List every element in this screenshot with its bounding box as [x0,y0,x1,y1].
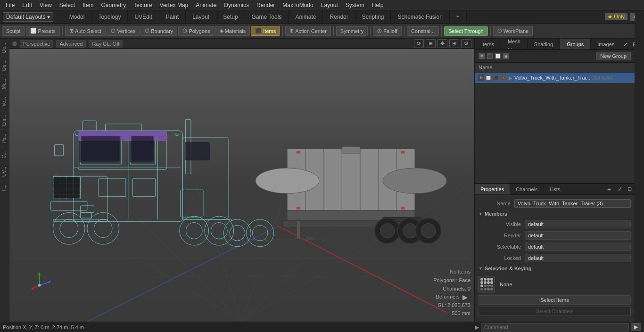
new-group-button[interactable]: New Group [596,52,631,60]
tab-model[interactable]: Model [63,10,92,23]
status-bar: Position X, Y, Z: 0 m, 2.74 m, 5.4 m ▶ ▶ [0,322,644,332]
tab-paint[interactable]: Paint [159,10,186,23]
svg-line-3 [242,186,288,322]
tab-animate[interactable]: Animate [289,10,323,23]
rp-tab-mesh[interactable]: Mesh ... [501,39,528,49]
sk-dot [480,288,483,291]
rp-tab-shading[interactable]: Shading [528,39,560,49]
svg-line-1 [106,186,242,322]
perspective-button[interactable]: Perspective [20,40,53,48]
keying-dot-grid [479,276,495,292]
vp-icon-pan[interactable]: ✥ [438,39,447,48]
rp-tab-items[interactable]: Items [475,39,501,49]
vertices-button[interactable]: ⬡ Vertices [107,26,140,36]
sidebar-tab-7[interactable]: UV... [0,162,9,180]
command-input[interactable] [481,323,629,332]
selectable-select-wrap: default [525,243,631,251]
keying-row: None [479,276,631,292]
layout-dropdown[interactable]: Default Layouts ▾ [3,12,53,22]
expand-viewport-button[interactable]: ▶ [459,292,471,303]
vp-icon-rotate[interactable]: ⟳ [414,39,424,48]
falloff-button[interactable]: ◎ Falloff [373,26,402,36]
tab-topology[interactable]: Topology [91,10,128,23]
group-eye-icon: 👁 [479,53,485,59]
props-tab-properties[interactable]: Properties [475,184,510,194]
menu-dynamics[interactable]: Dynamics [220,1,253,9]
sidebar-tab-2[interactable]: Me... [0,74,9,93]
svg-point-57 [53,212,85,244]
sidebar-tab-5[interactable]: Po... [0,130,9,147]
materials-button[interactable]: ◈ Materials [215,26,250,36]
props-resize-button[interactable]: ⤢ [615,186,625,192]
items-button[interactable]: ⬛ Items [251,26,280,36]
rp-tab-images[interactable]: Images [591,39,621,49]
menu-maxtomodo[interactable]: MaxToModo [279,1,317,9]
select-channels-button[interactable]: Select Channels [479,307,631,316]
menu-select[interactable]: Select [56,1,79,9]
viewport-canvas[interactable]: No Items Polygons : Face Channels: 0 Def… [9,49,474,322]
vp-icon-settings[interactable]: ⚙ [461,39,471,48]
presets-button[interactable]: ⬜ Presets [26,26,60,36]
name-input[interactable] [514,199,631,208]
constraint-button[interactable]: Constrai... [407,26,439,36]
tab-setup[interactable]: Setup [216,10,245,23]
menu-system[interactable]: System [342,1,368,9]
menu-animate[interactable]: Animate [192,1,220,9]
menu-help[interactable]: Help [368,1,388,9]
menu-texture[interactable]: Texture [130,1,156,9]
rp-expand-btn[interactable]: ⤢ [621,40,630,49]
menu-view[interactable]: View [36,1,56,9]
props-tab-lists[interactable]: Lists [544,184,567,194]
render-select[interactable]: default [525,231,631,240]
svg-point-28 [380,224,395,238]
locked-select[interactable]: default [525,254,631,262]
group-list-item[interactable]: 👁 ⬜ ⬛ + ▶ Volvo_Truck_With_Tanker_Trai..… [475,73,635,83]
menu-layout[interactable]: Layout [317,1,342,9]
auto-select-button[interactable]: ⊞ Auto Select [65,26,106,36]
selectable-select[interactable]: default [525,243,631,251]
select-items-button[interactable]: Select Items [479,295,631,305]
select-through-button[interactable]: Select Through [444,26,487,36]
vp-icon-fit[interactable]: ⊞ [449,39,459,48]
svg-rect-21 [297,151,300,154]
vp-icon-zoom[interactable]: ⊕ [426,39,436,48]
menu-vertex-map[interactable]: Vertex Map [156,1,192,9]
render-select-wrap: default [525,231,631,240]
viewport[interactable]: Perspective Advanced Ray GL: Off ⟳ ⊕ ✥ ⊞… [9,39,474,322]
sidebar-tab-4[interactable]: Em... [0,111,9,130]
props-tabs: Properties Channels Lists + ⤢ ⊟ [475,184,635,195]
command-run-button[interactable]: ▶ [631,323,641,331]
menu-geometry[interactable]: Geometry [98,1,130,9]
sculpt-button[interactable]: Sculpt [2,26,25,36]
visible-select[interactable]: default [525,220,631,228]
tab-scripting[interactable]: Scripting [355,10,391,23]
workplane-button[interactable]: ⬡ WorkPlane [493,26,533,36]
action-center-button[interactable]: ⊕ Action Center [285,26,331,36]
menu-render[interactable]: Render [253,1,279,9]
props-collapse-button[interactable]: ⊟ [625,186,635,192]
sidebar-tab-6[interactable]: C... [0,147,9,162]
props-tab-channels[interactable]: Channels [510,184,544,194]
rp-tab-groups[interactable]: Groups [560,39,591,49]
tab-add[interactable]: + [450,10,467,23]
menu-file[interactable]: File [2,1,18,9]
advanced-button[interactable]: Advanced [56,40,86,48]
tab-render[interactable]: Render [323,10,355,23]
ray-gl-button[interactable]: Ray GL: Off [89,40,123,48]
add-tab-button[interactable]: + [603,186,615,193]
tab-schematic-fusion[interactable]: Schematic Fusion [391,10,449,23]
sidebar-tab-1[interactable]: Du... [0,57,9,74]
polygons-button[interactable]: ⬡ Polygons [178,26,214,36]
tab-layout[interactable]: Layout [186,10,216,23]
tab-uvedit[interactable]: UVEdit [128,10,159,23]
svg-rect-81 [132,136,154,161]
tab-game-tools[interactable]: Game Tools [245,10,289,23]
sidebar-tab-3[interactable]: Ve... [0,93,9,110]
boundary-button[interactable]: ⬡ Boundary [140,26,177,36]
menu-item[interactable]: Item [79,1,97,9]
symmetry-button[interactable]: Symmetry [336,26,368,36]
sidebar-tab-8[interactable]: F... [0,180,9,194]
group-vis-icon: ◉ [503,53,509,59]
sidebar-tab-0[interactable]: De... [0,39,9,57]
menu-edit[interactable]: Edit [18,1,36,9]
